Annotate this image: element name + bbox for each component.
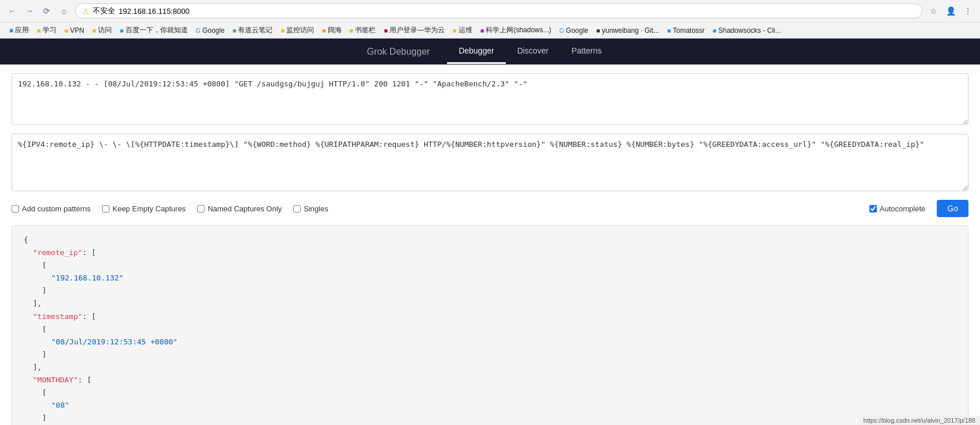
bookmark-huawei[interactable]: ■ 用户登录—华为云 xyxy=(380,24,448,36)
autocomplete-checkbox[interactable] xyxy=(869,205,877,212)
singles-option[interactable]: Singles xyxy=(293,204,328,213)
json-line: "remote_ip": [ xyxy=(24,246,956,259)
bookmark-apps[interactable]: ■ 应用 xyxy=(6,24,32,36)
app-header: Grok Debugger Debugger Discover Patterns xyxy=(0,39,980,64)
tab-debugger[interactable]: Debugger xyxy=(447,39,506,64)
sample-input[interactable]: 192.168.10.132 - - [08/Jul/2019:12:53:45… xyxy=(12,73,968,125)
bookmark-visit[interactable]: ■ 访问 xyxy=(89,24,115,36)
nav-tabs: Debugger Discover Patterns xyxy=(447,39,613,64)
bookmark-tomatossr[interactable]: ■ Tomatossr xyxy=(664,25,708,36)
autocomplete-label: Autocomplete xyxy=(880,204,926,213)
forward-button[interactable]: → xyxy=(23,5,36,17)
bookmark-bookmarks[interactable]: ■ 书签栏 xyxy=(346,24,380,36)
address-bar[interactable]: ⚠ 不安全 192.168.16.115:8000 xyxy=(75,3,922,18)
keep-empty-captures-label: Keep Empty Captures xyxy=(112,204,186,213)
warning-label: 不安全 xyxy=(93,6,115,16)
status-bar: https://blog.csdn.net/u/alvin_2017/p/188 xyxy=(859,416,980,425)
add-custom-patterns-label: Add custom patterns xyxy=(22,204,90,213)
json-line: [ xyxy=(24,323,956,336)
home-button[interactable]: ⌂ xyxy=(58,5,70,17)
bookmark-vpn[interactable]: ■ VPN xyxy=(61,25,88,36)
json-line: "192.168.10.132" xyxy=(24,272,956,284)
singles-checkbox[interactable] xyxy=(293,205,301,212)
add-custom-patterns-checkbox[interactable] xyxy=(12,205,19,212)
json-line: { xyxy=(24,234,956,246)
keep-empty-captures-option[interactable]: Keep Empty Captures xyxy=(102,204,186,213)
add-custom-patterns-option[interactable]: Add custom patterns xyxy=(12,204,90,213)
bookmark-google2[interactable]: G Google xyxy=(556,25,592,36)
bookmark-study[interactable]: ■ 学习 xyxy=(33,24,60,36)
bookmark-monitor[interactable]: ■ 监控访问 xyxy=(277,24,317,36)
security-warning-icon: ⚠ xyxy=(82,7,89,16)
json-line: [ xyxy=(24,259,956,272)
json-line: ] xyxy=(24,348,956,361)
json-line: ], xyxy=(24,297,956,310)
bookmark-ops[interactable]: ■ 运维 xyxy=(449,24,476,36)
address-text: 192.168.16.115:8000 xyxy=(119,7,190,16)
named-captures-only-checkbox[interactable] xyxy=(197,205,205,212)
autocomplete-option[interactable]: Autocomplete xyxy=(869,204,926,213)
back-button[interactable]: ← xyxy=(6,5,18,17)
go-button[interactable]: Go xyxy=(937,200,968,217)
json-line: [ xyxy=(24,386,956,399)
json-line: ], xyxy=(24,361,956,374)
bookmark-google[interactable]: G Google xyxy=(192,25,228,36)
bookmark-shadowsocks-net[interactable]: ■ 科学上网(shadows...) xyxy=(477,24,555,36)
bookmark-baidu[interactable]: ■ 百度一下，你就知道 xyxy=(116,24,191,36)
grok-pattern-input[interactable]: %{IPV4:remote_ip} \- \- \[%{HTTPDATE:tim… xyxy=(12,134,968,191)
main-content: 192.168.10.132 - - [08/Jul/2019:12:53:45… xyxy=(0,64,980,425)
json-line: "MONTHDAY": [ xyxy=(24,374,956,386)
named-captures-only-option[interactable]: Named Captures Only xyxy=(197,204,282,213)
bookmark-youdao[interactable]: ■ 有道云笔记 xyxy=(229,24,277,36)
bookmark-shadowsocks-cli[interactable]: ■ Shadowsocks - Cli... xyxy=(709,25,784,36)
keep-empty-captures-checkbox[interactable] xyxy=(102,205,109,212)
json-line: ] xyxy=(24,284,956,297)
json-line: "08" xyxy=(24,399,956,412)
profile-button[interactable]: 👤 xyxy=(944,5,957,17)
singles-label: Singles xyxy=(304,204,328,213)
bookmark-button[interactable]: ☆ xyxy=(927,5,940,17)
options-bar: Add custom patterns Keep Empty Captures … xyxy=(12,200,968,217)
json-line: ] xyxy=(24,412,956,424)
output-area: { "remote_ip": [ [ "192.168.10.132" ] ],… xyxy=(12,225,968,425)
tab-patterns[interactable]: Patterns xyxy=(560,39,613,64)
tab-discover[interactable]: Discover xyxy=(506,39,560,64)
bookmark-kuohai[interactable]: ■ 阔海 xyxy=(319,24,345,36)
bookmark-github[interactable]: ■ yunweibang · Git... xyxy=(593,25,663,36)
app-title: Grok Debugger xyxy=(367,47,430,57)
browser-chrome: ← → ⟳ ⌂ ⚠ 不安全 192.168.16.115:8000 ☆ 👤 ⋮ … xyxy=(0,0,980,39)
json-line: "08/Jul/2019:12:53:45 +0800" xyxy=(24,336,956,348)
bookmarks-bar: ■ 应用 ■ 学习 ■ VPN ■ 访问 ■ 百度一下，你就知道 G Googl… xyxy=(0,22,980,38)
menu-button[interactable]: ⋮ xyxy=(962,5,974,17)
browser-toolbar: ← → ⟳ ⌂ ⚠ 不安全 192.168.16.115:8000 ☆ 👤 ⋮ xyxy=(0,0,980,22)
named-captures-only-label: Named Captures Only xyxy=(207,204,282,213)
json-line: "timestamp": [ xyxy=(24,310,956,323)
reload-button[interactable]: ⟳ xyxy=(40,5,53,17)
